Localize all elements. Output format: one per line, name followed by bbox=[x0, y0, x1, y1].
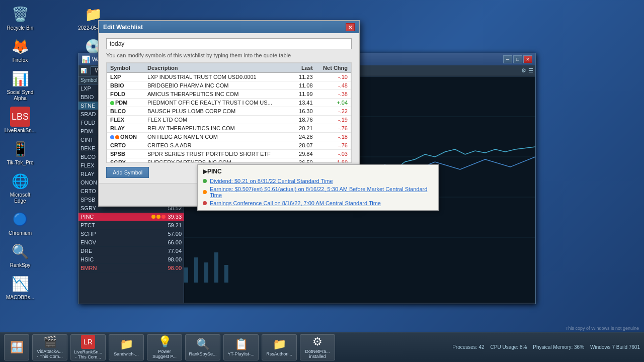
sandwich-taskbar-label: Sandwich-... bbox=[114, 352, 139, 357]
liverank-taskbar-icon: LR bbox=[81, 335, 95, 349]
rankspy-taskbar-label: RankSpySe... bbox=[189, 352, 216, 357]
maximize-button[interactable]: □ bbox=[513, 55, 522, 63]
table-row[interactable]: SGRY SURGERY PARTNERS INC COM 36.50 -1.8… bbox=[107, 158, 351, 163]
tiktok-icon: 📱 bbox=[10, 139, 30, 159]
tooltip-item-earnings: Earnings: $0.507(est) $0.61(actual) on 8… bbox=[203, 185, 433, 199]
table-row[interactable]: ONON ON HLDG AG NAMEN COM 24.28 -.18 bbox=[107, 133, 351, 141]
symbol-column-header: Symbol bbox=[107, 63, 145, 73]
symbol-table: Symbol Description Last Net Chng LXP LXP… bbox=[107, 63, 351, 163]
start-icon: 🪟 bbox=[10, 341, 24, 354]
net-chng-column-header: Net Chng bbox=[316, 63, 351, 73]
desktop-icon-firefox[interactable]: 🦊 Firefox bbox=[2, 34, 38, 65]
ask-text: 66.00 bbox=[168, 239, 182, 245]
taskbar-start[interactable]: 🪟 bbox=[4, 334, 29, 360]
cpu-label: CPU Usage: 8% bbox=[491, 344, 527, 350]
taskbar-rankspy[interactable]: 🔍 RankSpySe... bbox=[185, 334, 220, 360]
svg-rect-8 bbox=[224, 265, 228, 283]
desktop-icon-macdbb[interactable]: 📉 MACDBBs... bbox=[2, 272, 38, 303]
table-row[interactable]: FLEX FLEX LTD COM 18.76 -.19 bbox=[107, 116, 351, 124]
desktop: 🗑️ Recycle Bin 🦊 Firefox 📊 Social Synd A… bbox=[0, 0, 644, 362]
dividend-link[interactable]: Dividend: $0.21 on 8/31/22 Central Stand… bbox=[210, 178, 333, 184]
list-item[interactable]: HSIC 98.00 bbox=[78, 255, 184, 264]
svg-rect-5 bbox=[194, 257, 198, 283]
earnings-dot bbox=[203, 190, 207, 194]
tooltip-symbol: ▶PINC bbox=[203, 168, 433, 175]
chromium-icon: 🔵 bbox=[10, 209, 30, 229]
menu-icon[interactable]: ☰ bbox=[528, 67, 533, 74]
table-row[interactable]: BLCO BAUSCH PLUS LOMB CORP COM 16.30 -.2… bbox=[107, 107, 351, 116]
list-item[interactable]: PTCT 59.21 bbox=[78, 221, 184, 230]
taskbar-sandwich[interactable]: 📁 Sandwich-... bbox=[109, 334, 144, 360]
table-row[interactable]: CRTO CRITEO S.A ADR 28.07 -.76 bbox=[107, 141, 351, 150]
dotnetfra-taskbar-label: DotNetFra...installed bbox=[305, 349, 330, 359]
table-row[interactable]: SPSB SPDR SERIES TRUST PORTFOLIO SHORT E… bbox=[107, 150, 351, 158]
desktop-icon-rankspy[interactable]: 🔍 RankSpy bbox=[2, 239, 38, 270]
taskbar: 🪟 🎬 VidAttackA...- This Com... LR LiveRa… bbox=[0, 332, 644, 362]
desktop-icon-microsoft[interactable]: 🌐 Microsoft Edge bbox=[2, 169, 38, 206]
table-row[interactable]: BBIO BRIDGEBIO PHARMA INC COM 11.08 -.48 bbox=[107, 81, 351, 90]
list-item[interactable]: ENOV 66.00 bbox=[78, 238, 184, 247]
list-item-pinc[interactable]: PINC 39.33 bbox=[78, 213, 184, 221]
earnings-link[interactable]: Earnings: $0.507(est) $0.61(actual) on 8… bbox=[210, 186, 433, 198]
taskbar-vidattack[interactable]: 🎬 VidAttackA...- This Com... bbox=[32, 334, 67, 360]
settings-icon[interactable]: ⚙ bbox=[521, 67, 526, 74]
desktop-icon-liverank[interactable]: LBS LiveRankSn... bbox=[2, 105, 38, 136]
desktop-icon-chromium[interactable]: 🔵 Chromium bbox=[2, 207, 38, 238]
table-row[interactable]: RLAY RELAY THERAPEUTICS INC COM 20.21 -.… bbox=[107, 124, 351, 133]
rankspy-icon: 🔍 bbox=[10, 241, 30, 261]
tooltip-item-dividend: Dividend: $0.21 on 8/31/22 Central Stand… bbox=[203, 177, 433, 185]
social-synd-label: Social Synd Alpha bbox=[4, 89, 36, 102]
taskbar-rssauthori[interactable]: 📁 RssAuthori... bbox=[262, 334, 297, 360]
chromium-label: Chromium bbox=[9, 230, 32, 236]
last-cell: 11.08 bbox=[293, 81, 316, 90]
list-item[interactable]: DRE 77.04 bbox=[78, 247, 184, 255]
table-row[interactable]: FOLD AMICUS THERAPEUTICS INC COM 11.99 -… bbox=[107, 90, 351, 99]
symbol-text: PTCT bbox=[80, 222, 168, 228]
table-row[interactable]: PDM PIEDMONT OFFICE REALTY TRUST I COM U… bbox=[107, 99, 351, 107]
conf-call-dot bbox=[203, 201, 207, 205]
taskbar-dotnetfra[interactable]: ⚙ DotNetFra...installed bbox=[300, 334, 335, 360]
desktop-icon-recycle-bin[interactable]: 🗑️ Recycle Bin bbox=[2, 2, 38, 33]
symbol-cell: FLEX bbox=[107, 116, 145, 124]
symbol-cell: PDM bbox=[107, 99, 145, 107]
symbol-cell: SGRY bbox=[107, 158, 145, 163]
dialog-close-button[interactable]: ✕ bbox=[346, 23, 355, 31]
microsoft-icon: 🌐 bbox=[10, 171, 30, 191]
last-cell: 11.99 bbox=[293, 90, 316, 99]
desc-cell: BAUSCH PLUS LOMB CORP COM bbox=[144, 107, 293, 116]
chng-cell: -.38 bbox=[316, 90, 351, 99]
svg-rect-6 bbox=[204, 262, 208, 283]
list-item[interactable]: BMRN 98.00 bbox=[78, 264, 184, 273]
close-button[interactable]: ✕ bbox=[523, 55, 532, 63]
minimize-button[interactable]: ─ bbox=[503, 55, 512, 63]
taskbar-power[interactable]: 💡 PowerSuggest P... bbox=[147, 334, 182, 360]
conf-call-link[interactable]: Earnings Conference Call on 8/16/22, 7:0… bbox=[210, 200, 381, 206]
table-row[interactable]: LXP LXP INDUSTRIAL TRUST COM USD0.0001 1… bbox=[107, 73, 351, 81]
symbol-text: BMRN bbox=[80, 265, 168, 271]
last-cell: 11.23 bbox=[293, 73, 316, 81]
chng-cell: -.76 bbox=[316, 141, 351, 150]
watchlist-name-input[interactable] bbox=[106, 38, 352, 49]
symbol-cell: BBIO bbox=[107, 81, 145, 90]
chng-cell: -.03 bbox=[316, 150, 351, 158]
last-cell: 29.84 bbox=[293, 150, 316, 158]
symbol-cell: CRTO bbox=[107, 141, 145, 150]
ask-text: 98.00 bbox=[168, 256, 182, 262]
rankspy-taskbar-icon: 🔍 bbox=[196, 338, 210, 351]
desktop-icon-social-synd[interactable]: 📊 Social Synd Alpha bbox=[2, 66, 38, 104]
dividend-dot bbox=[203, 179, 207, 183]
list-item[interactable]: SCHP 57.00 bbox=[78, 230, 184, 238]
pinc-tooltip: ▶PINC Dividend: $0.21 on 8/31/22 Central… bbox=[197, 164, 439, 211]
taskbar-liverank[interactable]: LR LiveRankSn...- This Com... bbox=[70, 334, 106, 360]
last-column-header: Last bbox=[293, 63, 316, 73]
taskbar-ytplaylist[interactable]: 📋 YT-Playlist-... bbox=[223, 334, 259, 360]
desktop-icon-tiktok[interactable]: 📱 Tik-Tok_Pro bbox=[2, 137, 38, 168]
memory-info: Physical Memory: 36% bbox=[533, 344, 584, 350]
symbol-table-container[interactable]: Symbol Description Last Net Chng LXP LXP… bbox=[106, 62, 352, 163]
macdbb-icon: 📉 bbox=[10, 274, 30, 294]
chng-cell: -.22 bbox=[316, 107, 351, 116]
windows-version: Windows 7 Build 7601 bbox=[590, 344, 640, 351]
add-symbol-button[interactable]: Add Symbol bbox=[106, 167, 149, 178]
dotnetfra-taskbar-icon: ⚙ bbox=[312, 335, 323, 348]
firefox-label: Firefox bbox=[13, 57, 28, 63]
